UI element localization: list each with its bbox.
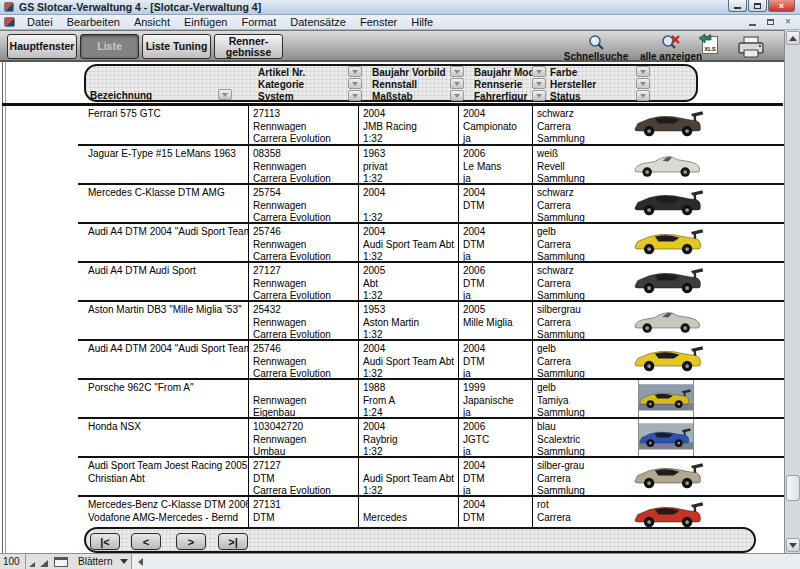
vorbild-cell[interactable]: 2004Audi Sport Team Abt1:32 bbox=[358, 341, 458, 378]
filter-button[interactable] bbox=[532, 90, 546, 101]
quick-search-button[interactable]: Schnellsuche bbox=[552, 34, 640, 62]
filter-button[interactable] bbox=[636, 90, 650, 101]
vorbild-cell[interactable]: Audi Sport Team Abt1:32 bbox=[358, 458, 458, 495]
modell-cell[interactable]: 2004DTM bbox=[458, 497, 532, 529]
modell-cell[interactable]: 1999Japanischeja bbox=[458, 380, 532, 417]
zoom-out-icon[interactable] bbox=[29, 562, 35, 567]
modell-cell[interactable]: 2004Campionatoja bbox=[458, 106, 532, 144]
tab-liste-tuning[interactable]: Liste Tuning bbox=[142, 34, 211, 59]
mode-dropdown[interactable]: Blättern bbox=[72, 554, 132, 569]
menu-item-ansicht[interactable]: Ansicht bbox=[127, 15, 177, 30]
farbe-cell[interactable]: gelbCarreraSammlung bbox=[532, 341, 610, 378]
vorbild-cell[interactable]: 20041:32 bbox=[358, 185, 458, 222]
artikel-cell[interactable]: 27127RennwagenCarrera Evolution bbox=[248, 263, 358, 300]
restore-button[interactable] bbox=[748, 0, 767, 12]
menu-item-datei[interactable]: Datei bbox=[20, 15, 60, 30]
name-cell[interactable]: Audi A4 DTM Audi Sport bbox=[78, 263, 248, 300]
vorbild-cell[interactable]: 2004Raybrig1:32 bbox=[358, 419, 458, 456]
modell-cell[interactable]: 2005Mille Miglia bbox=[458, 302, 532, 339]
previous-record-button[interactable]: < bbox=[131, 533, 161, 550]
farbe-cell[interactable]: silbergrauCarreraSammlung bbox=[532, 302, 610, 339]
artikel-cell[interactable]: 25746RennwagenCarrera Evolution bbox=[248, 224, 358, 261]
modell-cell[interactable]: 2006JGTCja bbox=[458, 419, 532, 456]
last-record-button[interactable]: >| bbox=[218, 533, 248, 550]
menu-item-fenster[interactable]: Fenster bbox=[353, 15, 404, 30]
filter-button[interactable] bbox=[450, 66, 464, 77]
name-cell[interactable]: Audi A4 DTM 2004 "Audi Sport Team Abt" bbox=[78, 224, 248, 261]
vorbild-cell[interactable]: 1963privat1:32 bbox=[358, 146, 458, 183]
name-cell[interactable]: Porsche 962C "From A" bbox=[78, 380, 248, 417]
modell-cell[interactable]: 2004DTM bbox=[458, 185, 532, 222]
filter-button[interactable] bbox=[450, 78, 464, 89]
filter-button[interactable] bbox=[218, 89, 232, 100]
name-cell[interactable]: Aston Martin DB3 "Mille Miglia '53" bbox=[78, 302, 248, 339]
mdi-minimize-button[interactable] bbox=[746, 16, 758, 27]
minimize-button[interactable] bbox=[728, 0, 747, 12]
modell-cell[interactable]: 2004DTMja bbox=[458, 458, 532, 495]
farbe-cell[interactable]: schwarzCarreraSammlung bbox=[532, 263, 610, 300]
mdi-close-button[interactable]: × bbox=[782, 16, 794, 27]
farbe-cell[interactable]: schwarzCarreraSammlung bbox=[532, 185, 610, 222]
artikel-cell[interactable]: 25754RennwagenCarrera Evolution bbox=[248, 185, 358, 222]
filter-button[interactable] bbox=[450, 90, 464, 101]
filter-button[interactable] bbox=[348, 78, 362, 89]
farbe-cell[interactable]: silber-grauCarreraSammlung bbox=[532, 458, 610, 495]
modell-cell[interactable]: 2004DTMja bbox=[458, 341, 532, 378]
scroll-down-button[interactable] bbox=[786, 538, 800, 552]
zoom-in-icon[interactable] bbox=[40, 560, 48, 567]
close-button[interactable]: × bbox=[768, 0, 795, 12]
vorbild-cell[interactable]: 1988From A1:24 bbox=[358, 380, 458, 417]
scroll-left-button[interactable] bbox=[134, 556, 147, 568]
farbe-cell[interactable]: weißRevellSammlung bbox=[532, 146, 610, 183]
artikel-cell[interactable]: 103042720RennwagenUmbau bbox=[248, 419, 358, 456]
name-cell[interactable]: Audi Sport Team Joest Racing 2005 -Chris… bbox=[78, 458, 248, 495]
name-cell[interactable]: Mercedes-Benz C-Klasse DTM 2006Vodafone … bbox=[78, 497, 248, 529]
artikel-cell[interactable]: 08358RennwagenCarrera Evolution bbox=[248, 146, 358, 183]
filter-button[interactable] bbox=[636, 78, 650, 89]
vorbild-cell[interactable]: 2004Audi Sport Team Abt1:32 bbox=[358, 224, 458, 261]
artikel-cell[interactable]: 27127DTMCarrera Evolution bbox=[248, 458, 358, 495]
zoom-level[interactable]: 100 bbox=[0, 554, 26, 569]
tab-liste[interactable]: Liste bbox=[80, 34, 139, 59]
name-cell[interactable]: Mercedes C-Klasse DTM AMG bbox=[78, 185, 248, 222]
menu-item-bearbeiten[interactable]: Bearbeiten bbox=[60, 15, 127, 30]
name-cell[interactable]: Honda NSX bbox=[78, 419, 248, 456]
show-all-button[interactable]: alle anzeigen bbox=[638, 34, 704, 62]
modell-cell[interactable]: 2006DTMja bbox=[458, 263, 532, 300]
farbe-cell[interactable]: gelbCarreraSammlung bbox=[532, 224, 610, 261]
modell-cell[interactable]: 2004DTMja bbox=[458, 224, 532, 261]
filter-button[interactable] bbox=[348, 66, 362, 77]
filter-button[interactable] bbox=[532, 78, 546, 89]
name-cell[interactable]: Ferrari 575 GTC bbox=[78, 106, 248, 144]
filter-button[interactable] bbox=[348, 90, 362, 101]
artikel-cell[interactable]: 25746RennwagenCarrera Evolution bbox=[248, 341, 358, 378]
farbe-cell[interactable]: blauScalextricSammlung bbox=[532, 419, 610, 456]
menu-item-format[interactable]: Format bbox=[234, 15, 283, 30]
status-area-toggle-icon[interactable] bbox=[54, 557, 68, 567]
filter-button[interactable] bbox=[532, 66, 546, 77]
vorbild-cell[interactable]: 1953Aston Martin1:32 bbox=[358, 302, 458, 339]
first-record-button[interactable]: |< bbox=[90, 533, 120, 550]
name-cell[interactable]: Audi A4 DTM 2004 "Audi Sport Team Abt" bbox=[78, 341, 248, 378]
farbe-cell[interactable]: schwarzCarreraSammlung bbox=[532, 106, 610, 144]
vorbild-cell[interactable]: 2004JMB Racing1:32 bbox=[358, 106, 458, 144]
menu-item-datensätze[interactable]: Datensätze bbox=[283, 15, 353, 30]
vertical-scrollbar[interactable] bbox=[784, 30, 800, 553]
tab-hauptfenster[interactable]: Hauptfenster bbox=[7, 34, 77, 59]
horizontal-scrollbar[interactable] bbox=[132, 554, 800, 569]
artikel-cell[interactable]: 27131DTM bbox=[248, 497, 358, 529]
name-cell[interactable]: Jaguar E-Type #15 LeMans 1963 bbox=[78, 146, 248, 183]
farbe-cell[interactable]: gelbTamiyaSammlung bbox=[532, 380, 610, 417]
print-button[interactable] bbox=[736, 35, 766, 59]
artikel-cell[interactable]: RennwagenEigenbau bbox=[248, 380, 358, 417]
vorbild-cell[interactable]: Mercedes bbox=[358, 497, 458, 529]
filter-button[interactable] bbox=[636, 66, 650, 77]
vertical-scroll-thumb[interactable] bbox=[786, 475, 800, 501]
scroll-up-button[interactable] bbox=[786, 31, 800, 45]
menu-item-hilfe[interactable]: Hilfe bbox=[404, 15, 440, 30]
artikel-cell[interactable]: 27113RennwagenCarrera Evolution bbox=[248, 106, 358, 144]
modell-cell[interactable]: 2006Le Mansja bbox=[458, 146, 532, 183]
tab-renner--gebnisse[interactable]: Renner- gebnisse bbox=[214, 34, 283, 59]
vorbild-cell[interactable]: 2005Abt1:32 bbox=[358, 263, 458, 300]
next-record-button[interactable]: > bbox=[176, 533, 206, 550]
